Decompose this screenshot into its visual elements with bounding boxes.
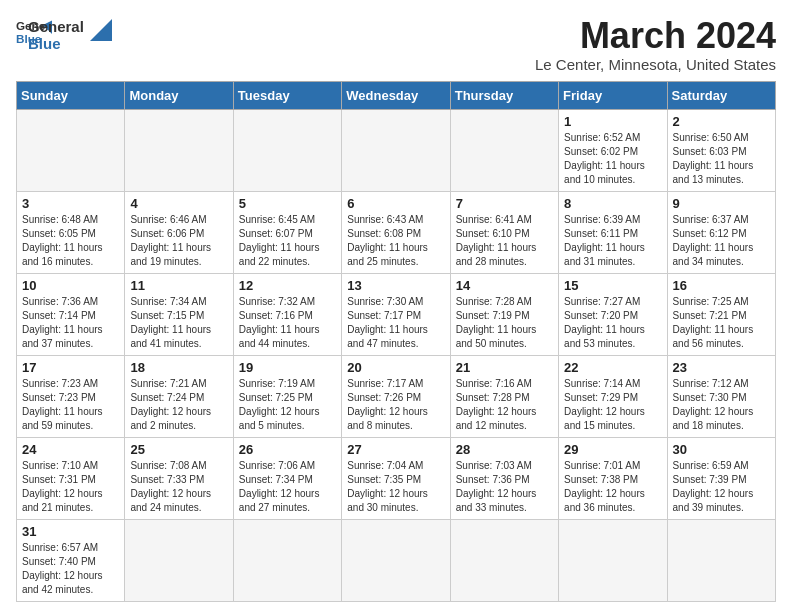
day-number: 23	[673, 360, 770, 375]
day-number: 13	[347, 278, 444, 293]
day-number: 1	[564, 114, 661, 129]
calendar-cell	[559, 519, 667, 601]
day-info: Sunrise: 7:34 AM Sunset: 7:15 PM Dayligh…	[130, 295, 227, 351]
day-number: 4	[130, 196, 227, 211]
calendar-cell: 21Sunrise: 7:16 AM Sunset: 7:28 PM Dayli…	[450, 355, 558, 437]
day-info: Sunrise: 7:19 AM Sunset: 7:25 PM Dayligh…	[239, 377, 336, 433]
calendar-cell: 7Sunrise: 6:41 AM Sunset: 6:10 PM Daylig…	[450, 191, 558, 273]
calendar-table: SundayMondayTuesdayWednesdayThursdayFrid…	[16, 81, 776, 602]
day-info: Sunrise: 6:50 AM Sunset: 6:03 PM Dayligh…	[673, 131, 770, 187]
calendar-cell: 22Sunrise: 7:14 AM Sunset: 7:29 PM Dayli…	[559, 355, 667, 437]
day-info: Sunrise: 7:03 AM Sunset: 7:36 PM Dayligh…	[456, 459, 553, 515]
calendar-week-5: 24Sunrise: 7:10 AM Sunset: 7:31 PM Dayli…	[17, 437, 776, 519]
day-number: 20	[347, 360, 444, 375]
calendar-week-4: 17Sunrise: 7:23 AM Sunset: 7:23 PM Dayli…	[17, 355, 776, 437]
day-info: Sunrise: 7:01 AM Sunset: 7:38 PM Dayligh…	[564, 459, 661, 515]
calendar-cell: 8Sunrise: 6:39 AM Sunset: 6:11 PM Daylig…	[559, 191, 667, 273]
header-saturday: Saturday	[667, 81, 775, 109]
day-number: 6	[347, 196, 444, 211]
day-info: Sunrise: 7:16 AM Sunset: 7:28 PM Dayligh…	[456, 377, 553, 433]
calendar-cell: 30Sunrise: 6:59 AM Sunset: 7:39 PM Dayli…	[667, 437, 775, 519]
day-info: Sunrise: 6:48 AM Sunset: 6:05 PM Dayligh…	[22, 213, 119, 269]
calendar-cell: 10Sunrise: 7:36 AM Sunset: 7:14 PM Dayli…	[17, 273, 125, 355]
header-tuesday: Tuesday	[233, 81, 341, 109]
day-number: 16	[673, 278, 770, 293]
day-info: Sunrise: 7:21 AM Sunset: 7:24 PM Dayligh…	[130, 377, 227, 433]
day-number: 3	[22, 196, 119, 211]
day-number: 2	[673, 114, 770, 129]
header-monday: Monday	[125, 81, 233, 109]
calendar-cell	[667, 519, 775, 601]
calendar-cell: 25Sunrise: 7:08 AM Sunset: 7:33 PM Dayli…	[125, 437, 233, 519]
calendar-cell: 15Sunrise: 7:27 AM Sunset: 7:20 PM Dayli…	[559, 273, 667, 355]
calendar-cell: 4Sunrise: 6:46 AM Sunset: 6:06 PM Daylig…	[125, 191, 233, 273]
day-info: Sunrise: 6:59 AM Sunset: 7:39 PM Dayligh…	[673, 459, 770, 515]
calendar-header-row: SundayMondayTuesdayWednesdayThursdayFrid…	[17, 81, 776, 109]
calendar-cell: 5Sunrise: 6:45 AM Sunset: 6:07 PM Daylig…	[233, 191, 341, 273]
day-number: 30	[673, 442, 770, 457]
day-info: Sunrise: 6:52 AM Sunset: 6:02 PM Dayligh…	[564, 131, 661, 187]
day-number: 10	[22, 278, 119, 293]
calendar-cell: 9Sunrise: 6:37 AM Sunset: 6:12 PM Daylig…	[667, 191, 775, 273]
header-friday: Friday	[559, 81, 667, 109]
day-number: 9	[673, 196, 770, 211]
day-info: Sunrise: 6:46 AM Sunset: 6:06 PM Dayligh…	[130, 213, 227, 269]
logo: General Blue General Blue	[16, 16, 112, 53]
calendar-cell	[125, 109, 233, 191]
calendar-cell: 6Sunrise: 6:43 AM Sunset: 6:08 PM Daylig…	[342, 191, 450, 273]
day-number: 28	[456, 442, 553, 457]
day-info: Sunrise: 7:06 AM Sunset: 7:34 PM Dayligh…	[239, 459, 336, 515]
day-number: 31	[22, 524, 119, 539]
calendar-cell: 29Sunrise: 7:01 AM Sunset: 7:38 PM Dayli…	[559, 437, 667, 519]
day-info: Sunrise: 7:27 AM Sunset: 7:20 PM Dayligh…	[564, 295, 661, 351]
day-number: 15	[564, 278, 661, 293]
day-info: Sunrise: 7:12 AM Sunset: 7:30 PM Dayligh…	[673, 377, 770, 433]
day-number: 8	[564, 196, 661, 211]
day-number: 5	[239, 196, 336, 211]
svg-marker-3	[90, 19, 112, 41]
calendar-cell	[125, 519, 233, 601]
calendar-cell: 27Sunrise: 7:04 AM Sunset: 7:35 PM Dayli…	[342, 437, 450, 519]
calendar-cell: 12Sunrise: 7:32 AM Sunset: 7:16 PM Dayli…	[233, 273, 341, 355]
day-info: Sunrise: 6:39 AM Sunset: 6:11 PM Dayligh…	[564, 213, 661, 269]
day-number: 25	[130, 442, 227, 457]
calendar-cell	[233, 519, 341, 601]
header-sunday: Sunday	[17, 81, 125, 109]
day-number: 19	[239, 360, 336, 375]
day-info: Sunrise: 7:28 AM Sunset: 7:19 PM Dayligh…	[456, 295, 553, 351]
day-info: Sunrise: 6:57 AM Sunset: 7:40 PM Dayligh…	[22, 541, 119, 597]
calendar-cell: 26Sunrise: 7:06 AM Sunset: 7:34 PM Dayli…	[233, 437, 341, 519]
header-wednesday: Wednesday	[342, 81, 450, 109]
day-info: Sunrise: 7:10 AM Sunset: 7:31 PM Dayligh…	[22, 459, 119, 515]
calendar-cell	[342, 109, 450, 191]
header-thursday: Thursday	[450, 81, 558, 109]
day-info: Sunrise: 6:37 AM Sunset: 6:12 PM Dayligh…	[673, 213, 770, 269]
day-number: 7	[456, 196, 553, 211]
day-number: 12	[239, 278, 336, 293]
month-title: March 2024	[535, 16, 776, 56]
calendar-cell	[450, 519, 558, 601]
day-number: 29	[564, 442, 661, 457]
day-number: 11	[130, 278, 227, 293]
day-info: Sunrise: 6:45 AM Sunset: 6:07 PM Dayligh…	[239, 213, 336, 269]
calendar-cell	[342, 519, 450, 601]
day-info: Sunrise: 7:25 AM Sunset: 7:21 PM Dayligh…	[673, 295, 770, 351]
calendar-cell: 11Sunrise: 7:34 AM Sunset: 7:15 PM Dayli…	[125, 273, 233, 355]
calendar-cell	[233, 109, 341, 191]
calendar-body: 1Sunrise: 6:52 AM Sunset: 6:02 PM Daylig…	[17, 109, 776, 601]
day-number: 18	[130, 360, 227, 375]
calendar-cell: 16Sunrise: 7:25 AM Sunset: 7:21 PM Dayli…	[667, 273, 775, 355]
day-info: Sunrise: 7:30 AM Sunset: 7:17 PM Dayligh…	[347, 295, 444, 351]
day-info: Sunrise: 7:08 AM Sunset: 7:33 PM Dayligh…	[130, 459, 227, 515]
calendar-cell: 1Sunrise: 6:52 AM Sunset: 6:02 PM Daylig…	[559, 109, 667, 191]
calendar-cell: 14Sunrise: 7:28 AM Sunset: 7:19 PM Dayli…	[450, 273, 558, 355]
title-area: March 2024 Le Center, Minnesota, United …	[535, 16, 776, 73]
calendar-week-6: 31Sunrise: 6:57 AM Sunset: 7:40 PM Dayli…	[17, 519, 776, 601]
calendar-cell: 19Sunrise: 7:19 AM Sunset: 7:25 PM Dayli…	[233, 355, 341, 437]
calendar-cell: 2Sunrise: 6:50 AM Sunset: 6:03 PM Daylig…	[667, 109, 775, 191]
logo-general-text: General	[28, 18, 84, 35]
day-info: Sunrise: 6:41 AM Sunset: 6:10 PM Dayligh…	[456, 213, 553, 269]
calendar-cell: 24Sunrise: 7:10 AM Sunset: 7:31 PM Dayli…	[17, 437, 125, 519]
calendar-cell	[17, 109, 125, 191]
day-number: 14	[456, 278, 553, 293]
